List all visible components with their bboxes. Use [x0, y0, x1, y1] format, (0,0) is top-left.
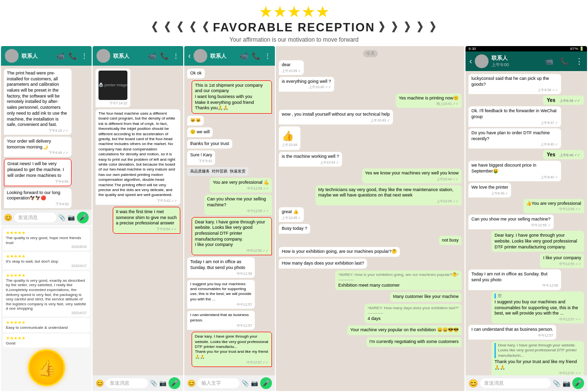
emoji-icon-2[interactable]: 😊 [96, 379, 104, 387]
back-icon-3[interactable]: ‹ [188, 51, 191, 60]
phone-icon-3[interactable]: 📞 [252, 52, 260, 60]
msg-4-notbusy: not busy [439, 236, 462, 245]
menu-icon-3[interactable]: ⋮ [264, 52, 271, 60]
msg-4-4days: *AIIREY: How many days does your exhibit… [365, 304, 462, 323]
msg-4-exhibition: How is your exhibition going, are our ma… [279, 247, 400, 257]
menu-icon-2[interactable]: ⋮ [172, 52, 179, 60]
mic-btn-3[interactable]: 🎤 [260, 377, 272, 389]
video-icon-3[interactable]: 📹 [240, 52, 248, 60]
msg-4-reply1: *AIIREY: How is your exhibition going, a… [335, 270, 462, 290]
message-input-3[interactable]: 输入文字 [197, 378, 240, 388]
chat-panel-1: 联系人 📹 📞 ⋮ The print head were pre-instal… [1, 46, 92, 225]
right-msg-4: we have biggest discount price in Septem… [468, 161, 561, 181]
menu-icon[interactable]: ⋮ [81, 52, 88, 60]
msg-4-dear: dear 上午10:39 ✓ [279, 60, 304, 75]
favorable-title: 《《《《《 FAVORABLE RECEPTION 》》》》》 [0, 20, 588, 35]
msg-2-img: 🖨️ printer image 下午7:14:22 [96, 69, 130, 107]
chat-header-1: 联系人 📹 📞 ⋮ [1, 46, 92, 66]
msg-3-show: Can you show me your selling machine? 中午… [204, 195, 272, 215]
msg-3-highlight: This is 1st shipment your company and ou… [192, 80, 272, 114]
emoji-icon-right[interactable]: 😊 [468, 379, 478, 388]
msg-4-many: Many customer like your machine [390, 292, 462, 302]
video-icon-2[interactable]: 📹 [148, 52, 156, 60]
msg-3-understand: I can understand that as business person… [187, 311, 255, 330]
back-icon-right[interactable]: ‹ [469, 57, 472, 66]
msg-2-1: The four-head machine uses a different b… [96, 109, 180, 205]
attach-icon-2[interactable]: 📎 [150, 380, 157, 387]
right-msg-professional: 👍You are very professional 中午12:54 ✓✓ [523, 199, 584, 214]
right-msg-like: I like your company 中午12:55 ✓✓ [540, 253, 584, 268]
panel-2: 联系人 📹 📞 ⋮ 🖨️ printer image 下午7:14:22 The… [93, 46, 183, 391]
right-msg-understand: I can understand that as business person… [468, 325, 556, 340]
chat-footer-1: 😊 发送消息 📎 📷 🎤 [1, 210, 92, 225]
favorable-subtitle: Your affirmation is our motivation to mo… [0, 36, 588, 43]
right-msg-final: Dear kary. I have gone through your webs… [491, 341, 584, 375]
video-icon[interactable]: 📹 [56, 52, 65, 60]
reviews-section: ★★★★★ The quality is very good, hope mor… [1, 226, 92, 391]
right-attach-icon[interactable]: 📎 [553, 380, 561, 387]
message-input-2[interactable]: 发送消息 [106, 378, 148, 388]
main-content: 联系人 📹 📞 ⋮ The print head were pre-instal… [0, 45, 588, 392]
chat-body-4: 今天 dear 上午10:39 ✓ is everything going we… [276, 46, 465, 391]
chat-name-2: 联系人 [113, 52, 145, 60]
thumbs-up-badge: 👍 [28, 349, 65, 386]
right-camera-icon[interactable]: 📷 [563, 380, 570, 387]
mic-btn-1[interactable]: 🎤 [77, 212, 89, 223]
right-mic-btn[interactable]: 🎤 [572, 377, 584, 389]
msg-4-popular: Your machine very popular on the exhibit… [347, 325, 462, 335]
right-last-seen: 上午9:00 [491, 62, 542, 68]
attach-icon-1[interactable]: 📎 [58, 214, 66, 221]
time-display: 9:30 [468, 47, 476, 51]
emoji-icon-1[interactable]: 😊 [4, 214, 12, 221]
right-phone-icon[interactable]: 📞 [560, 57, 568, 65]
right-avatar [475, 54, 489, 68]
mic-btn-2[interactable]: 🎤 [169, 377, 180, 389]
right-msg-suggest: 您 I suggest you buy our machines and con… [491, 292, 584, 324]
msg-4-working: is the machine working well ? 上午10:44 ✓ [279, 152, 342, 167]
phone-icon[interactable]: 📞 [69, 52, 77, 60]
chat-body-3: Ok ok This is 1st shipment your company … [184, 66, 275, 375]
chat-date-4: 今天 [363, 50, 378, 57]
attach-icon-3[interactable]: 📎 [242, 380, 249, 387]
right-msg-dear: Dear kary. I have gone through your webs… [491, 231, 584, 252]
msg-2-highlight: It was the first time I met someone shim… [113, 207, 180, 234]
right-menu-icon[interactable]: ⋮ [575, 57, 583, 66]
printer-image: 🖨️ printer image [98, 71, 127, 100]
review-item-1: ★★★★★ The quality is very good, hope mor… [3, 228, 90, 250]
avatar-1 [5, 49, 19, 63]
msg-4-printing: Yes machine is printing now🙂 晚上10:41 ✓✓ [396, 94, 462, 108]
msg-4-install: wow , you install yourself without any o… [279, 110, 393, 124]
right-msg-3: Do you have plan to order DTF machine re… [468, 128, 561, 148]
review-item-5: ★★★★★ Good [3, 334, 90, 348]
chat-header-icons-2: 📹 📞 ⋮ [148, 52, 179, 60]
msg-3-3: 🙂 we will [187, 127, 213, 137]
review-item-3: ★★★★★ The quality is very good, exactly … [3, 271, 90, 317]
panel-1: 联系人 📹 📞 ⋮ The print head were pre-instal… [1, 46, 92, 391]
msg-1-1: The print head were pre-installed for cu… [4, 69, 72, 135]
right-msg-yes1: Yes 上午8:36 ✓✓ [543, 96, 584, 105]
msg-3-sunday: Today I am not in office as Sunday. But … [187, 257, 255, 277]
right-chat-body: luckyconsol said that he can pick up the… [466, 71, 587, 375]
right-video-icon[interactable]: 📹 [545, 57, 553, 65]
review-item-4: ★★★★★ Easy to communicate & understand [3, 318, 90, 332]
msg-4-know: Yes we know your machines very well you … [362, 169, 462, 183]
chat-footer-3: 😊 输入文字 📎 📷 🎤 [184, 375, 275, 391]
phone-icon-2[interactable]: 📞 [160, 52, 169, 60]
emoji-icon-3[interactable]: 😊 [187, 379, 196, 387]
arrows-left: 《《《《《 [146, 20, 209, 35]
header: ★★★★★ 《《《《《 FAVORABLE RECEPTION 》》》》》 Yo… [0, 0, 588, 45]
avatar-3 [194, 49, 207, 63]
msg-3-suggest: I suggest you buy our machines and consu… [187, 280, 255, 309]
msg-4-technicians: My technicians say very good, they like … [316, 185, 462, 205]
chat-name-1: 联系人 [22, 52, 53, 60]
right-chat-footer: 😊 发送消息 📎 📷 🎤 [466, 375, 587, 391]
message-input-1[interactable]: 发送消息 [14, 213, 56, 222]
right-msg-sunday: Today I am not in office as Sunday. But … [468, 270, 561, 290]
chat-header-3: ‹ 联系人 📹 📞 ⋮ [184, 46, 275, 66]
right-contact-info: 联系人 上午9:00 [491, 54, 542, 68]
camera-icon-2[interactable]: 📷 [159, 380, 167, 387]
right-message-input[interactable]: 发送消息 [480, 378, 551, 388]
camera-icon-3[interactable]: 📷 [251, 380, 258, 387]
review-item-2: ★★★★★ It's okay to wait, but don't stop … [3, 252, 90, 270]
camera-icon-1[interactable]: 📷 [68, 214, 75, 221]
